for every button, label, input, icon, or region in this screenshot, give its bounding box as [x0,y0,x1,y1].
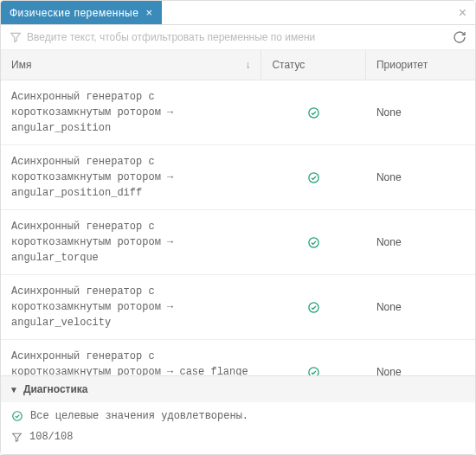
check-circle-icon [307,236,320,249]
cell-name: Асинхронный генератор с короткозамкнутым… [1,210,261,274]
diagnostics-title: Диагностика [23,383,88,395]
column-status-label: Статус [272,59,305,71]
cell-status [261,292,366,323]
cell-priority: None [366,292,475,322]
check-circle-icon [307,301,320,314]
cell-status [261,228,366,258]
diagnostics-body: Все целевые значения удовлетворены. 108/… [1,402,475,454]
column-priority-label: Приоритет [376,59,428,71]
svg-point-4 [309,367,318,375]
cell-name: Асинхронный генератор с короткозамкнутым… [1,80,261,144]
svg-point-0 [309,107,318,117]
cell-name: Асинхронный генератор с короткозамкнутым… [1,340,261,375]
column-header-priority[interactable]: Приоритет [366,50,475,80]
funnel-icon [11,432,23,443]
table-row[interactable]: Асинхронный генератор с короткозамкнутым… [1,275,475,340]
table-header-row: Имя ↓ Статус Приоритет [1,50,475,80]
diagnostics-filter-count: 108/108 [29,431,73,443]
table-row[interactable]: Асинхронный генератор с короткозамкнутым… [1,340,475,375]
tab-physical-variables[interactable]: Физические переменные × [1,1,162,24]
check-circle-icon [307,366,320,376]
svg-point-2 [309,237,318,247]
check-circle-icon [307,106,320,119]
cell-priority: None [366,228,475,257]
diagnostics-section: ▼ Диагностика Все целевые значения удовл… [1,375,475,454]
tab-bar: Физические переменные × × [1,1,475,25]
refresh-icon[interactable] [453,30,466,44]
caret-down-icon: ▼ [10,385,18,394]
column-name-label: Имя [11,59,31,71]
tab-title: Физические переменные [10,7,138,19]
cell-priority: None [366,163,475,192]
diagnostics-message: Все целевые значения удовлетворены. [30,410,248,422]
cell-priority: None [366,357,475,375]
close-icon[interactable]: × [145,6,152,19]
diagnostics-status-line: Все целевые значения удовлетворены. [1,406,475,426]
cell-status [261,98,366,128]
cell-priority: None [366,98,475,127]
check-circle-icon [11,410,23,422]
funnel-icon [10,31,22,43]
table-row[interactable]: Асинхронный генератор с короткозамкнутым… [1,210,475,275]
check-circle-icon [307,171,320,184]
cell-name: Асинхронный генератор с короткозамкнутым… [1,145,261,209]
column-header-name[interactable]: Имя ↓ [1,50,261,80]
cell-status [261,357,366,376]
svg-point-6 [13,412,23,421]
svg-point-3 [309,302,318,311]
column-header-status[interactable]: Статус [261,50,366,80]
filter-input[interactable] [27,31,447,43]
table-row[interactable]: Асинхронный генератор с короткозамкнутым… [1,145,475,210]
sort-indicator-icon: ↓ [245,59,250,71]
diagnostics-filter-line: 108/108 [1,426,475,447]
diagnostics-toggle[interactable]: ▼ Диагностика [1,376,475,402]
filter-bar [1,25,475,50]
table-row[interactable]: Асинхронный генератор с короткозамкнутым… [1,80,475,145]
svg-point-1 [309,172,318,182]
physical-variables-panel: Физические переменные × × Имя ↓ Статус П… [0,0,476,455]
panel-close-icon[interactable]: × [450,5,475,21]
cell-status [261,163,366,193]
cell-name: Асинхронный генератор с короткозамкнутым… [1,275,261,339]
table-body: Асинхронный генератор с короткозамкнутым… [1,80,475,375]
